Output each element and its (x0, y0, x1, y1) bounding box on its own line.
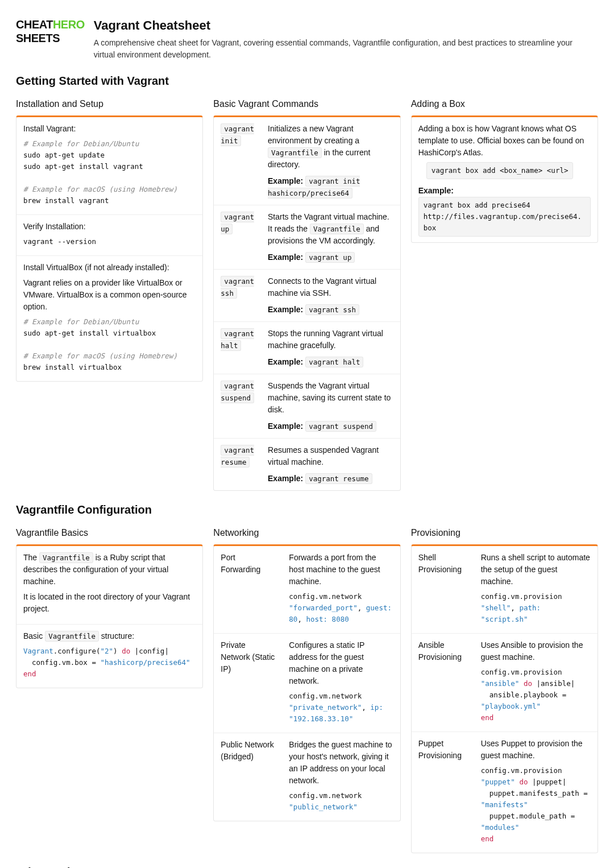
card-installation: Install Vagrant: # Example for Debian/Ub… (16, 115, 203, 382)
card-title: Adding a Box (411, 97, 598, 111)
table-row: vagrant ssh Connects to the Vagrant virt… (214, 270, 400, 322)
table-row: vagrant halt Stops the running Vagrant v… (214, 322, 400, 374)
table-row: vagrant resume Resumes a suspended Vagra… (214, 439, 400, 491)
page-header: CHEATHERO SHEETS Vagrant Cheatsheet A co… (16, 16, 598, 61)
card-title: Installation and Setup (16, 97, 203, 111)
section-heading: Advanced Vagrant Features (16, 863, 598, 868)
table-row: vagrant init Initializes a new Vagrant e… (214, 117, 400, 205)
table-row: Port Forwarding Forwards a port from the… (214, 546, 400, 634)
logo: CHEATHERO SHEETS (16, 16, 85, 47)
table-row: vagrant up Starts the Vagrant virtual ma… (214, 205, 400, 270)
card-adding-box: Adding a box is how Vagrant knows what O… (411, 115, 598, 243)
table-row: Shell Provisioning Runs a shell script t… (412, 546, 598, 634)
table-row: Private Network (Static IP) Configures a… (214, 634, 400, 733)
table-row: vagrant suspend Suspends the Vagrant vir… (214, 374, 400, 439)
table-row: Public Network (Bridged) Bridges the gue… (214, 733, 400, 821)
card-title: Basic Vagrant Commands (213, 97, 400, 111)
card-networking: Port Forwarding Forwards a port from the… (213, 544, 400, 821)
table-row: Ansible Provisioning Uses Ansible to pro… (412, 634, 598, 732)
section-heading: Getting Started with Vagrant (16, 72, 598, 89)
card-basic-commands: vagrant init Initializes a new Vagrant e… (213, 115, 400, 491)
table-row: Puppet Provisioning Uses Puppet to provi… (412, 732, 598, 853)
section-heading: Vagrantfile Configuration (16, 501, 598, 518)
page-subtitle: A comprehensive cheat sheet for Vagrant,… (94, 37, 577, 61)
page-title: Vagrant Cheatsheet (94, 16, 577, 35)
card-title: Provisioning (411, 526, 598, 540)
card-title: Vagrantfile Basics (16, 526, 203, 540)
card-provisioning: Shell Provisioning Runs a shell script t… (411, 544, 598, 853)
card-vagrantfile-basics: The Vagrantfile is a Ruby script that de… (16, 544, 203, 688)
card-title: Networking (213, 526, 400, 540)
